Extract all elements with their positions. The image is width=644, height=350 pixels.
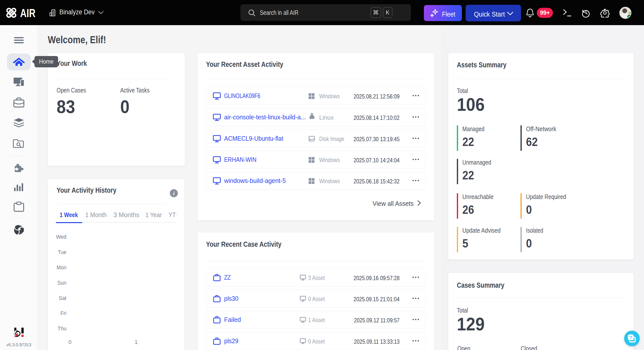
svg-text:?: ? — [629, 335, 632, 340]
